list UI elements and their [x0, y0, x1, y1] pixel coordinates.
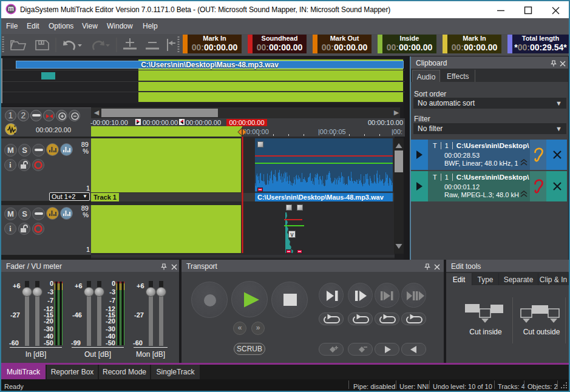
svg-text:|00:: |00:	[392, 128, 402, 135]
svg-text:|00:00:05: |00:00:05	[318, 128, 346, 135]
